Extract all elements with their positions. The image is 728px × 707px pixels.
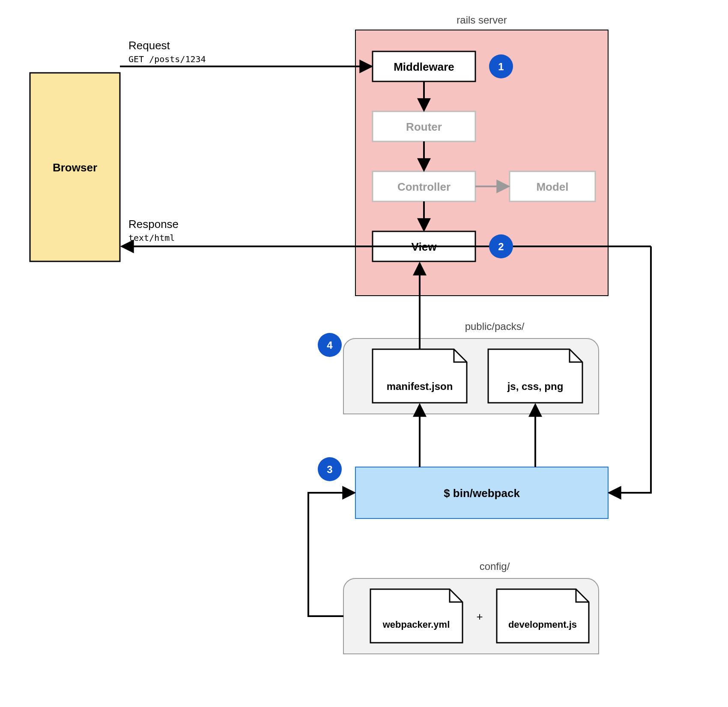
config-plus: +: [476, 610, 483, 623]
request-detail: GET /posts/1234: [128, 54, 206, 64]
manifest-label: manifest.json: [387, 380, 453, 392]
model-label: Model: [536, 180, 568, 193]
config-title: config/: [480, 560, 510, 572]
development-label: development.js: [508, 619, 577, 630]
svg-text:2: 2: [498, 241, 504, 252]
diagram-canvas: Browser rails server Middleware Router C…: [0, 0, 728, 707]
badge-4: 4: [318, 333, 342, 357]
badge-3: 3: [318, 457, 342, 481]
assets-label: js, css, png: [507, 380, 564, 392]
router-label: Router: [406, 120, 442, 133]
webpack-label: $ bin/webpack: [444, 487, 520, 500]
badge-1: 1: [489, 54, 513, 78]
svg-text:4: 4: [327, 339, 333, 351]
badge-2: 2: [489, 234, 513, 258]
webpacker-label: webpacker.yml: [382, 619, 450, 630]
response-detail: text/html: [128, 233, 175, 243]
arrow-view-webpack-right: [610, 246, 651, 493]
svg-text:1: 1: [498, 61, 504, 72]
manifest-file: [373, 349, 467, 403]
assets-file: [488, 349, 582, 403]
svg-text:3: 3: [327, 464, 332, 475]
browser-label: Browser: [53, 161, 97, 174]
response-title: Response: [128, 218, 179, 231]
rails-server-title: rails server: [456, 14, 507, 26]
controller-label: Controller: [397, 180, 451, 193]
webpacker-file: [370, 589, 462, 643]
middleware-label: Middleware: [394, 60, 454, 73]
request-title: Request: [128, 39, 170, 52]
packs-title: public/packs/: [465, 321, 525, 332]
development-file: [497, 589, 589, 643]
